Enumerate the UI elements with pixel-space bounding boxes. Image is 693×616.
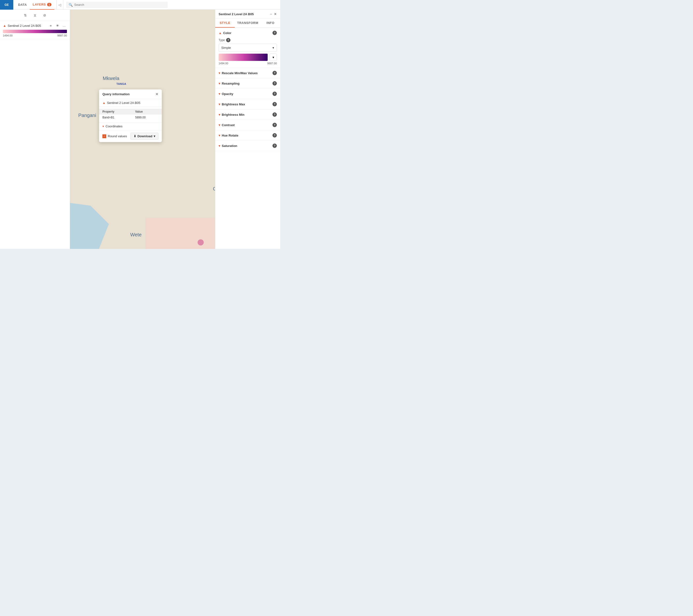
section-rescale: ▾ Rescale Min/Max Values ? xyxy=(215,68,280,78)
city-label-tanga: TANGA xyxy=(116,82,126,85)
section-rescale-title: ▾ Rescale Min/Max Values xyxy=(219,71,258,75)
scale-labels: 1494.00 9887.00 xyxy=(219,62,277,65)
brightness-min-help-icon[interactable]: ? xyxy=(273,112,277,117)
brightness-max-help-icon[interactable]: ? xyxy=(273,102,277,106)
section-opacity: ▾ Opacity ? xyxy=(215,89,280,99)
svg-rect-1 xyxy=(146,218,215,249)
section-brightness-min-header[interactable]: ▾ Brightness Min ? xyxy=(215,110,280,120)
filter-icon[interactable]: ⧖ xyxy=(32,12,39,19)
layer-settings-icon[interactable]: ≡ xyxy=(48,23,53,28)
popup-table-wrap: Property Value Band=B1 5899.00 xyxy=(99,107,162,122)
svg-text:Wete: Wete xyxy=(130,232,141,237)
section-hue-rotate-chevron: ▾ xyxy=(219,134,220,137)
no-layer-icon[interactable]: ⊘ xyxy=(41,12,48,19)
right-panel: Sentinel 2 Level 2A B05 − ✕ STYLE TRANSF… xyxy=(215,9,280,249)
rescale-help-icon[interactable]: ? xyxy=(273,71,277,75)
tab-style[interactable]: STYLE xyxy=(215,19,235,27)
tab-data[interactable]: DATA xyxy=(15,0,30,9)
table-cell-value: 5899.00 xyxy=(132,115,162,120)
type-label: Type ? xyxy=(219,38,277,42)
sort-icon[interactable]: ⇅ xyxy=(22,12,29,19)
logo: GE xyxy=(0,0,13,9)
section-saturation-header[interactable]: ▾ Saturation ? xyxy=(215,141,280,151)
type-select[interactable]: Simple ▾ xyxy=(219,44,277,52)
section-brightness-max-header[interactable]: ▾ Brightness Max ? xyxy=(215,99,280,109)
tab-info[interactable]: INFO xyxy=(261,19,280,27)
section-contrast-header[interactable]: ▾ Contrast ? xyxy=(215,120,280,130)
type-chevron-icon: ▾ xyxy=(273,46,274,50)
section-opacity-header[interactable]: ▾ Opacity ? xyxy=(215,89,280,99)
panel-tabs: STYLE TRANSFORM INFO xyxy=(215,19,280,28)
section-opacity-title: ▾ Opacity xyxy=(219,92,233,96)
layer-icons: ≡ 👁 … xyxy=(48,23,67,28)
popup-layer-item: ▲ Sentinel 2 Level 2A B05 xyxy=(99,99,162,107)
section-contrast-chevron: ▾ xyxy=(219,123,220,127)
tab-bar: DATA LAYERS 1 xyxy=(13,0,57,9)
section-hue-rotate-header[interactable]: ▾ Hue Rotate ? xyxy=(215,130,280,140)
svg-point-8 xyxy=(198,239,204,245)
hue-rotate-help-icon[interactable]: ? xyxy=(273,133,277,137)
popup-layer-chevron[interactable]: ▲ xyxy=(102,101,105,104)
layer-visibility-icon[interactable]: 👁 xyxy=(55,23,60,28)
layer-tools: ⇅ ⧖ ⊘ xyxy=(0,9,70,21)
panel-minimize-icon[interactable]: − xyxy=(270,12,272,16)
gradient-preview[interactable] xyxy=(219,54,268,61)
download-button[interactable]: ⬇ Download ▾ xyxy=(131,133,158,140)
round-values-checkbox[interactable]: ✓ xyxy=(102,134,106,138)
section-brightness-min-chevron: ▾ xyxy=(219,113,220,116)
section-brightness-max-chevron: ▾ xyxy=(219,102,220,106)
layer-collapse-icon[interactable]: ▲ xyxy=(3,24,6,27)
layer-gradient-min: 1494.00 xyxy=(3,34,13,37)
popup-header: Query information ✕ xyxy=(99,90,162,99)
round-values: ✓ Round values xyxy=(102,134,127,138)
popup-title: Query information xyxy=(102,92,130,96)
section-saturation-title: ▾ Saturation xyxy=(219,144,237,148)
scale-min: 1494.00 xyxy=(219,62,228,65)
map-area[interactable]: Wete Pangani Mkwela Chake-Chake Mkoani B… xyxy=(70,9,215,249)
section-color-header[interactable]: ▲ Color ? xyxy=(215,28,280,38)
download-icon: ⬇ xyxy=(134,134,136,138)
layer-item: ▲ Sentinel 2 Level 2A B05 ≡ 👁 … 1494.00 … xyxy=(0,21,70,39)
section-hue-rotate: ▾ Hue Rotate ? xyxy=(215,130,280,141)
search-input-wrap[interactable]: 🔍 xyxy=(66,2,167,8)
section-resampling: ▾ Resampling ? xyxy=(215,78,280,89)
popup-close-button[interactable]: ✕ xyxy=(155,92,158,96)
contrast-help-icon[interactable]: ? xyxy=(273,123,277,127)
resampling-help-icon[interactable]: ? xyxy=(273,81,277,85)
svg-text:Chake-Chake: Chake-Chake xyxy=(213,186,215,191)
tab-layers-count: 1 xyxy=(47,3,52,6)
layer-gradient-max: 9887.00 xyxy=(57,34,67,37)
collapse-button[interactable]: ◁ xyxy=(57,0,63,9)
saturation-help-icon[interactable]: ? xyxy=(273,143,277,148)
section-rescale-header[interactable]: ▾ Rescale Min/Max Values ? xyxy=(215,68,280,78)
section-contrast: ▾ Contrast ? xyxy=(215,120,280,130)
table-cell-property: Band=B1 xyxy=(99,115,132,120)
layer-more-icon[interactable]: … xyxy=(62,23,67,28)
gradient-row: ▾ xyxy=(219,54,277,61)
color-help-icon[interactable]: ? xyxy=(273,31,277,35)
tab-transform[interactable]: TRANSFORM xyxy=(235,19,261,27)
search-input[interactable] xyxy=(74,3,165,6)
gradient-expand-button[interactable]: ▾ xyxy=(270,54,277,61)
section-resampling-header[interactable]: ▾ Resampling ? xyxy=(215,78,280,89)
section-brightness-max-title: ▾ Brightness Max xyxy=(219,102,245,106)
section-resampling-title: ▾ Resampling xyxy=(219,82,240,85)
layer-gradient-bar xyxy=(3,30,67,33)
popup-coordinates[interactable]: ▾ Coordinates xyxy=(99,122,162,130)
tab-layers[interactable]: LAYERS 1 xyxy=(30,0,54,9)
gradient-expand-icon: ▾ xyxy=(273,55,274,59)
type-help-icon[interactable]: ? xyxy=(226,38,231,42)
search-icon: 🔍 xyxy=(68,3,73,7)
svg-text:Mkwela: Mkwela xyxy=(103,76,119,81)
section-brightness-max: ▾ Brightness Max ? xyxy=(215,99,280,110)
table-header-property: Property xyxy=(99,109,132,115)
table-header-value: Value xyxy=(132,109,162,115)
section-hue-rotate-title: ▾ Hue Rotate xyxy=(219,134,238,137)
coords-chevron: ▾ xyxy=(102,124,104,128)
section-color-title: ▲ Color xyxy=(219,31,232,35)
svg-text:Pangani: Pangani xyxy=(78,113,96,118)
coords-label: Coordinates xyxy=(105,124,122,128)
section-brightness-min-title: ▾ Brightness Min xyxy=(219,113,244,116)
opacity-help-icon[interactable]: ? xyxy=(273,92,277,96)
panel-close-icon[interactable]: ✕ xyxy=(274,12,277,16)
